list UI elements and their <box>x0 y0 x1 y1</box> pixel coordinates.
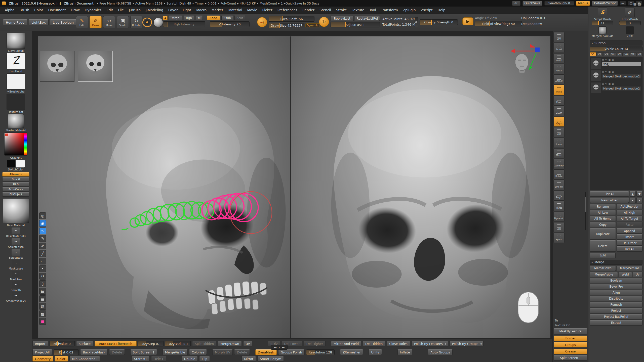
visibility-tab[interactable]: V4 <box>610 52 616 56</box>
subtool-button[interactable]: MergeVisible <box>590 272 618 277</box>
floor-button[interactable]: Floor <box>553 96 565 106</box>
tool-slot-23[interactable]: 23강 <box>617 26 643 38</box>
brush-claybuildup[interactable]: ClayBuildup <box>7 33 25 52</box>
subtool-button[interactable]: Uv <box>633 272 642 277</box>
zoom3d-button[interactable]: Zoom3D <box>553 159 565 169</box>
bottom-button[interactable]: Smart Re5ym <box>257 356 284 361</box>
bottom-button[interactable]: Dist 0.02 <box>54 349 79 355</box>
subtool-button[interactable]: Paste <box>617 222 642 227</box>
menu-item[interactable]: Render <box>300 7 317 13</box>
subtool-button[interactable]: Project BasRelief <box>590 314 642 320</box>
sidebar-thumbnail[interactable] <box>8 114 24 128</box>
split-button[interactable]: Split <box>590 253 616 258</box>
edit-button[interactable]: ✎ Edit <box>76 16 88 28</box>
subtool-list[interactable]: ◉ ✎ ▦ ▣ 23강 <box>590 57 642 190</box>
bottom-button[interactable]: Double <box>182 356 198 361</box>
subtool-button[interactable]: Delete <box>590 240 616 252</box>
dot-icon[interactable]: • <box>39 265 46 272</box>
live-boolean-button[interactable]: Live Boolean <box>50 19 76 25</box>
bottom-button[interactable]: Split Hidden <box>192 341 216 346</box>
move3d-button[interactable]: Move <box>553 148 565 158</box>
bottom-button[interactable]: Uv <box>243 341 253 346</box>
Merged_Skull-decimation2_4[interactable]: ◉ ✎ ▦ ▣ Merged_Skull-decimation2_4 <box>591 82 641 93</box>
bottom-button[interactable]: Morph UV <box>212 349 233 355</box>
visibility-tab[interactable]: V1 <box>590 52 596 56</box>
qxyz-button[interactable]: Qxyz <box>553 117 565 127</box>
select-lasso[interactable]: SelectLasso <box>8 238 24 248</box>
menu-item[interactable]: Material <box>226 7 245 13</box>
bottom-button[interactable]: MergeVisible <box>163 349 188 355</box>
bottom-button[interactable]: Split Screen 1 <box>130 349 157 355</box>
visibility-eye-icon[interactable]: ◉ <box>602 83 604 85</box>
subtool-button[interactable]: Remesh <box>590 302 642 307</box>
sidebar-thumbnail[interactable] <box>7 160 25 167</box>
solo-button[interactable]: Solo <box>553 222 565 232</box>
brush-slot-slider[interactable]: 3 <box>619 21 641 25</box>
frame-button[interactable]: Frame <box>553 138 565 148</box>
zcut-button[interactable]: Zcut <box>234 16 245 20</box>
undo-icon[interactable]: ↺ <box>39 273 46 280</box>
gravity-direction-widget[interactable] <box>415 17 418 27</box>
auto-mask-fibermesh-button[interactable]: Auto Mask FiberMesh <box>95 341 137 346</box>
menu-item[interactable]: Layer <box>166 7 180 13</box>
subtool-button[interactable]: All To Target <box>617 216 642 221</box>
Merged_Skull-decimation2[interactable]: ◉ ✎ ▦ ▣ Merged_Skull-decimation2 <box>591 70 641 81</box>
split-screen-slider[interactable]: Split Screen 1 <box>554 355 587 360</box>
bottom-button[interactable]: Auto Groups <box>428 349 453 355</box>
dynamic-button[interactable]: Dynamic <box>553 212 565 222</box>
crease-button[interactable]: Crease <box>554 349 587 354</box>
menu-item[interactable]: Dynamics <box>83 7 104 13</box>
image-icon[interactable]: ▦ <box>39 295 46 302</box>
simplebrush-slot[interactable]: S SimpleBrush 11 <box>590 8 615 25</box>
subtool-thumbnail[interactable] <box>591 58 601 69</box>
geometry-tab[interactable]: Geometry <box>32 356 53 361</box>
minimize-button[interactable]: — <box>620 1 626 6</box>
home-page-button[interactable]: Home Page <box>3 19 27 25</box>
menu-item[interactable]: Light <box>180 7 193 13</box>
bottom-button[interactable]: Surface <box>76 341 93 346</box>
menu-item[interactable]: J-Brush <box>127 7 143 13</box>
lightbox-button[interactable]: LightBox <box>29 19 49 25</box>
xpose-button[interactable]: Xpose <box>553 233 565 243</box>
quicksave-button[interactable]: QuickSave <box>522 1 542 6</box>
sidebar-thumbnail[interactable] <box>7 73 25 89</box>
accucurve-button[interactable]: AccuCurve <box>2 187 29 192</box>
border-button[interactable]: Border <box>554 336 587 341</box>
visibility-eye-icon[interactable]: ◉ <box>602 71 604 73</box>
grid-button[interactable]: Grid <box>553 127 565 137</box>
switch-color[interactable]: SwitchColor <box>7 160 25 171</box>
visibility-eye-icon[interactable]: ◉ <box>602 59 604 61</box>
camera-orientation-gizmo[interactable] <box>509 41 549 79</box>
visibility-tab[interactable]: V8 <box>636 52 642 56</box>
trash-icon[interactable]: ▯ <box>39 280 46 287</box>
pager-right-icon[interactable]: ▸▸ <box>282 346 285 349</box>
visibility-tab[interactable]: V7 <box>630 52 636 56</box>
bottom-button[interactable]: Mirror And Weld <box>331 341 361 346</box>
subtool-button[interactable]: MergeSimilar <box>617 266 642 271</box>
menu-item[interactable]: Marker <box>209 7 226 13</box>
bottom-button[interactable]: Mirror <box>242 356 256 361</box>
polypaint-icon[interactable]: ✎ <box>605 71 607 73</box>
draw-size-slider[interactable]: Draw Size 43.76337 <box>269 23 304 28</box>
subtool-button[interactable]: All High <box>617 210 642 215</box>
adjust-last-slider[interactable]: AdjustLast 1 <box>331 22 380 27</box>
bottom-button[interactable]: Close Holes <box>387 341 410 346</box>
menu-item[interactable]: Movie <box>245 7 260 13</box>
subtool-button[interactable]: MergeDown <box>590 266 616 271</box>
zadd-button[interactable]: Zadd <box>207 16 220 20</box>
stroke-picker[interactable] <box>142 18 152 27</box>
dynamesh-button[interactable]: DynaMesh <box>255 349 277 355</box>
polypaint-icon[interactable]: ✎ <box>605 83 607 85</box>
sidebar-thumbnail[interactable] <box>7 33 25 49</box>
visibility-tab[interactable]: V3 <box>603 52 609 56</box>
pin-icon[interactable]: ◎ <box>39 212 46 219</box>
menus-button[interactable]: Menus <box>576 1 590 6</box>
visible-count-slider[interactable]: Visible Count 14 <box>590 47 642 51</box>
menu-item[interactable]: Brush <box>17 7 31 13</box>
subtool-button[interactable]: Insert <box>617 234 642 240</box>
zsub-button[interactable]: Zsub <box>221 16 233 20</box>
sidebar-thumbnail[interactable] <box>12 238 20 245</box>
polypaint-icon[interactable]: ✎ <box>605 59 607 61</box>
scale-button[interactable]: ▣ Scale <box>117 16 129 28</box>
bottom-button[interactable]: BackfaceMask <box>80 349 108 355</box>
